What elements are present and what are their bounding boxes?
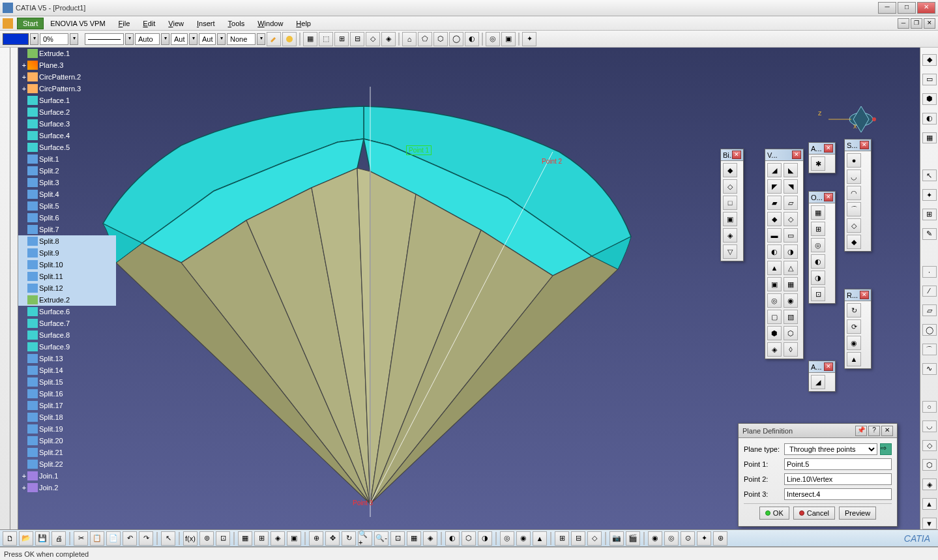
pal-a1-1[interactable]: ✱ [811, 156, 825, 171]
pal-v-2[interactable]: ◣ [784, 163, 798, 177]
pal-v-1[interactable]: ◢ [767, 163, 782, 177]
close-icon[interactable]: ✕ [732, 151, 741, 159]
tree-node-split-9[interactable]: Split.9 [18, 247, 116, 259]
rail-tool-2[interactable]: ▭ [922, 74, 937, 85]
pal-v-20[interactable]: ▧ [784, 310, 798, 324]
pal-o-6[interactable]: ⊡ [811, 287, 825, 301]
close-icon[interactable]: ✕ [824, 193, 833, 201]
dialog-close-icon[interactable]: ✕ [881, 426, 893, 436]
menu-view[interactable]: View [162, 18, 190, 29]
rail-tool-16[interactable]: ◡ [922, 420, 937, 432]
transparency-combo[interactable]: None [227, 33, 256, 45]
iso-view-icon[interactable]: ◈ [423, 531, 437, 546]
tree-node-surface-7[interactable]: Surface.7 [18, 317, 116, 329]
new-icon[interactable]: 🗋 [3, 531, 17, 546]
rail-tool-11[interactable]: ▱ [922, 304, 937, 316]
transp-dd[interactable]: ▾ [257, 33, 265, 45]
bt-6[interactable]: ▣ [287, 531, 301, 546]
pal-v-18[interactable]: ◉ [784, 293, 798, 308]
dialog-help-icon[interactable]: ? [868, 426, 880, 436]
pal-v-5[interactable]: ▰ [767, 196, 782, 210]
pal-v-21[interactable]: ⬢ [767, 326, 782, 340]
close-icon[interactable]: ✕ [860, 141, 869, 149]
menu-help[interactable]: Help [289, 18, 317, 29]
tree-node-split-22[interactable]: Split.22 [18, 458, 116, 470]
pal-s-5[interactable]: ◇ [847, 218, 861, 233]
auto1-dd[interactable]: ▾ [189, 33, 198, 45]
tree-node-split-6[interactable]: Split.6 [18, 212, 116, 224]
tree-node-surface-5[interactable]: Surface.5 [18, 141, 116, 153]
rail-tool-1[interactable]: ◆ [922, 54, 937, 66]
fill-color-dropdown[interactable]: ▾ [30, 33, 38, 45]
dialog-titlebar[interactable]: Plane Definition 📌 ? ✕ [739, 424, 897, 438]
ok-button[interactable]: OK [759, 507, 789, 520]
menu-file[interactable]: File [112, 18, 137, 29]
rotate-icon[interactable]: ↻ [342, 531, 356, 546]
formula-icon[interactable]: f(x) [183, 531, 198, 546]
menu-start[interactable]: Start [17, 18, 44, 29]
pal-bi-3[interactable]: □ [723, 196, 737, 210]
tree-node-surface-8[interactable]: Surface.8 [18, 329, 116, 341]
close-icon[interactable]: ✕ [860, 291, 869, 299]
pal-r-4[interactable]: ▲ [847, 352, 861, 366]
tree-node-surface-4[interactable]: Surface.4 [18, 130, 116, 141]
tb-icon-9[interactable]: ⬡ [433, 32, 448, 46]
tree-node-split-20[interactable]: Split.20 [18, 435, 116, 447]
rail-tool-13[interactable]: ⌒ [922, 344, 937, 355]
tree-node-split-12[interactable]: Split.12 [18, 282, 116, 294]
tree-node-split-16[interactable]: Split.16 [18, 388, 116, 400]
tree-node-split-21[interactable]: Split.21 [18, 447, 116, 458]
rail-tool-3[interactable]: ⬢ [922, 93, 937, 105]
line-style-dropdown[interactable]: ▾ [125, 33, 134, 45]
tree-node-split-10[interactable]: Split.10 [18, 259, 116, 271]
tree-node-extrude-1[interactable]: Extrude.1 [18, 48, 116, 59]
bt-4[interactable]: ⊞ [254, 531, 269, 546]
cut-icon[interactable]: ✂ [74, 531, 88, 546]
tree-node-split-18[interactable]: Split.18 [18, 411, 116, 423]
rail-tool-5[interactable]: ▦ [922, 132, 937, 144]
point3-input[interactable] [784, 488, 892, 500]
opacity-combo[interactable]: 0% [40, 33, 68, 45]
tb-icon-4[interactable]: ⊟ [350, 32, 364, 46]
tree-node-join-2[interactable]: +Join.2 [18, 482, 116, 494]
fit-all-icon[interactable]: ⊕ [309, 531, 323, 546]
pal-v-11[interactable]: ◐ [767, 244, 782, 259]
close-icon[interactable]: ✕ [792, 151, 801, 159]
tb-icon-10[interactable]: ◯ [449, 32, 463, 46]
pal-v-23[interactable]: ◈ [767, 342, 782, 357]
bt-30[interactable]: ⊙ [681, 531, 695, 546]
tb-icon-13[interactable]: ▣ [501, 32, 516, 46]
palette-v[interactable]: V...✕ ◢◣ ◤◥ ▰▱ ◆◇ ▬▭ ◐◑ ▲△ ▣▦ ◎◉ ▢▧ ⬢⬡ ◈… [765, 149, 804, 359]
spec-tree[interactable]: Extrude.1+Plane.3+CircPattern.2+CircPatt… [18, 48, 116, 494]
rail-tool-7[interactable]: ⊞ [922, 209, 937, 220]
tb-icon-8[interactable]: ⬠ [418, 32, 432, 46]
bt-32[interactable]: ⊛ [713, 531, 727, 546]
pan-icon[interactable]: ✥ [325, 531, 340, 546]
pal-o-3[interactable]: ◎ [811, 238, 825, 252]
plane-definition-dialog[interactable]: Plane Definition 📌 ? ✕ Plane type: Throu… [738, 423, 898, 527]
cancel-button[interactable]: Cancel [793, 507, 835, 520]
pal-v-17[interactable]: ◎ [767, 293, 782, 308]
pal-v-15[interactable]: ▣ [767, 277, 782, 291]
pal-s-6[interactable]: ◆ [847, 235, 861, 249]
paste-icon[interactable]: 📄 [106, 531, 121, 546]
tb-icon-7[interactable]: ⌂ [402, 32, 417, 46]
undo-icon[interactable]: ↶ [123, 531, 137, 546]
close-button[interactable]: ✕ [917, 2, 935, 14]
painter-icon[interactable] [282, 32, 297, 46]
bt-24[interactable]: ⊟ [571, 531, 585, 546]
minimize-button[interactable]: ─ [878, 2, 896, 14]
pal-bi-5[interactable]: ◈ [723, 228, 737, 243]
pal-v-16[interactable]: ▦ [784, 277, 798, 291]
pal-s-2[interactable]: ◡ [847, 169, 861, 184]
rail-tool-8[interactable]: ✎ [922, 228, 937, 240]
tree-node-surface-9[interactable]: Surface.9 [18, 341, 116, 353]
menu-enovia[interactable]: ENOVIA V5 VPM [44, 18, 111, 29]
tree-node-plane-3[interactable]: +Plane.3 [18, 59, 116, 71]
paint-icon[interactable] [267, 32, 281, 46]
normal-view-icon[interactable]: ⊡ [390, 531, 405, 546]
line-style-preview[interactable] [85, 33, 124, 45]
pal-o-4[interactable]: ◐ [811, 254, 825, 269]
pal-r-3[interactable]: ◉ [847, 336, 861, 350]
bt-31[interactable]: ✦ [697, 531, 711, 546]
